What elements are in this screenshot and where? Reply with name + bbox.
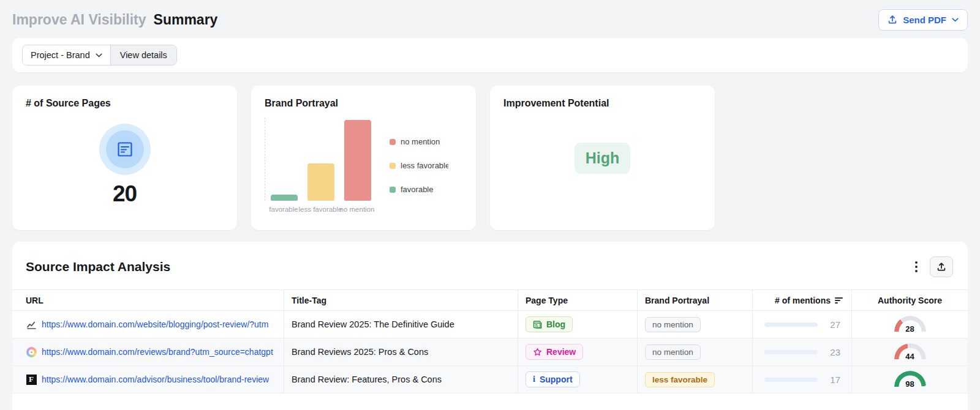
mentions-value: 27 [827,319,840,330]
url-cell: F https://www.domain.com/advisor/busines… [12,366,284,393]
project-selector-label: Project - Brand [31,50,90,60]
portrayal-badge-no-mention: no mention [645,317,701,332]
authority-score-value: 98 [894,379,926,389]
star-icon [533,348,542,357]
breadcrumb[interactable]: Improve AI Visibility [12,12,146,28]
top-header: Improve AI Visibility Summary Send PDF [0,0,980,38]
title-tag-cell: Brand Review: Features, Pros & Cons [284,366,518,393]
url-cell: https://www.domain.com/website/blogging/… [12,311,284,338]
source-pages-card: # of Source Pages 20 [12,86,237,230]
url-cell: https://www.domain.com/reviews/brand?utm… [12,338,284,365]
source-pages-body: 20 [26,124,224,207]
portrayal-badge-less-favorable: less favorable [645,372,715,387]
table-row: F https://www.domain.com/advisor/busines… [12,366,968,393]
column-header-brand-portrayal: Brand Portrayal [637,290,752,310]
view-details-button[interactable]: View details [111,45,176,65]
mentions-value: 17 [827,375,840,385]
project-segmented-control: Project - Brand View details [22,45,177,65]
bar-less-favorable [307,163,334,201]
page-title: Summary [154,12,218,28]
source-url-link[interactable]: https://www.domain.com/advisor/business/… [42,375,269,384]
authority-score-value: 44 [894,352,926,361]
authority-score-gauge: 98 [894,371,926,389]
send-pdf-label: Send PDF [903,15,946,25]
brand-portrayal-cell: no mention [637,311,752,338]
chart-x-axis-labels: favorable less favorable no mention [265,206,371,213]
legend-item-less-favorable: less favorable [390,161,448,170]
mentions-bar-track [764,378,818,382]
authority-score-gauge: 44 [894,343,926,361]
page-title-group: Improve AI Visibility Summary [12,12,217,28]
chart-plot-column: favorable less favorable no mention [265,117,371,213]
x-label-no-mention: no mention [344,206,371,213]
page-type-badge-support: i Support [526,371,580,387]
document-icon [116,140,134,158]
mentions-header-label: # of mentions [775,296,831,305]
export-table-button[interactable] [930,256,953,277]
brand-portrayal-card: Brand Portrayal favorable less favorable… [251,86,476,230]
bar-favorable [271,195,298,201]
column-header-url: URL [12,290,284,310]
page-type-cell: Review [518,338,637,365]
authority-score-cell: 28 [851,311,968,338]
authority-score-cell: 44 [851,338,968,365]
mentions-bar-track [764,350,818,354]
document-icon-halo [99,124,151,175]
brand-portrayal-title: Brand Portrayal [265,98,462,109]
sort-icon [835,297,843,304]
chart-legend: no mention less favorable favorable [390,137,448,213]
line-chart-favicon [26,319,37,330]
chevron-down-icon [96,53,102,58]
table-row: https://www.domain.com/website/blogging/… [12,311,968,338]
section-actions [913,256,953,277]
authority-score-cell: 98 [851,366,968,393]
page-type-label: Blog [546,319,565,329]
brand-portrayal-cell: no mention [637,338,752,365]
column-header-page-type: Page Type [518,290,637,310]
view-details-label: View details [120,50,167,60]
blog-icon [533,320,542,329]
column-header-mentions[interactable]: # of mentions [752,290,851,310]
x-label-favorable: favorable [270,206,297,213]
page-type-label: Support [540,375,573,384]
page-type-badge-blog: Blog [526,316,573,332]
x-label-less-favorable: less favorable [307,206,334,213]
mentions-bar-track [764,322,818,327]
legend-label-less-favorable: less favorable [401,161,448,170]
source-pages-value: 20 [113,181,137,207]
section-title: Source Impact Analysis [26,259,170,274]
legend-item-no-mention: no mention [390,137,448,146]
title-tag-cell: Brand Review 2025: The Definitive Guide [284,311,518,338]
authority-score-value: 28 [894,324,926,334]
send-pdf-button[interactable]: Send PDF [878,9,968,31]
legend-label-no-mention: no mention [401,137,440,146]
portrayal-badge-no-mention: no mention [645,345,701,360]
swirl-favicon [26,346,37,357]
title-tag-cell: Brand Reviews 2025: Pros & Cons [284,338,518,365]
filter-bar: Project - Brand View details [12,38,968,72]
brand-portrayal-chart: favorable less favorable no mention no m… [265,117,462,213]
document-icon-circle [106,130,144,168]
source-impact-analysis-section: Source Impact Analysis URL Title-Tag Pag… [12,242,968,410]
legend-item-favorable: favorable [390,185,448,194]
legend-swatch-no-mention [390,139,396,145]
column-header-authority-score: Authority Score [851,290,968,310]
improvement-potential-badge: High [575,143,631,174]
upload-icon [888,15,897,24]
chart-plot-area [265,117,371,201]
source-pages-title: # of Source Pages [26,98,224,109]
project-selector-dropdown[interactable]: Project - Brand [23,45,111,65]
source-url-link[interactable]: https://www.domain.com/reviews/brand?utm… [42,347,273,357]
table-header-row: URL Title-Tag Page Type Brand Portrayal … [12,289,968,311]
improvement-potential-body: High [503,109,701,207]
legend-label-favorable: favorable [401,185,433,194]
more-options-icon[interactable] [913,258,920,276]
mentions-cell: 17 [752,366,851,393]
info-icon: i [533,375,535,384]
source-url-link[interactable]: https://www.domain.com/website/blogging/… [42,319,268,329]
improvement-potential-card: Improvement Potential High [490,86,715,230]
brand-portrayal-cell: less favorable [637,366,752,393]
table-row: https://www.domain.com/reviews/brand?utm… [12,338,968,366]
improvement-potential-title: Improvement Potential [503,98,701,109]
bar-no-mention [344,120,371,201]
